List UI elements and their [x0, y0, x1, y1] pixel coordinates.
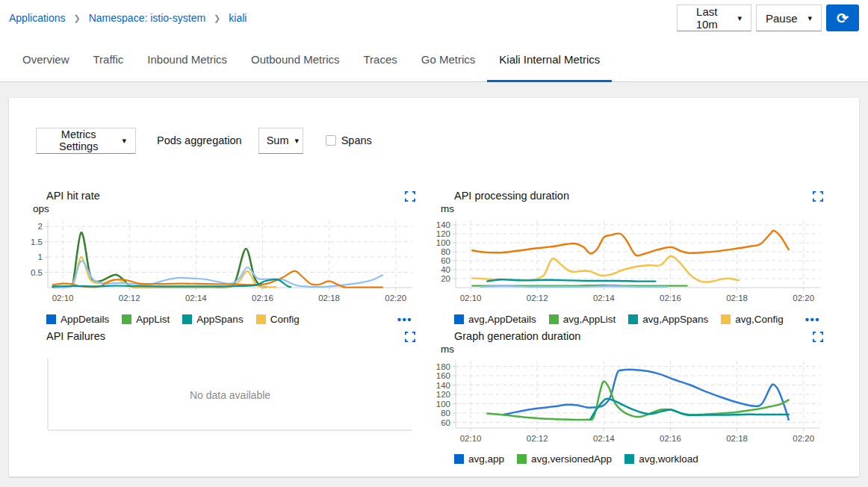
- y-tick-label: 20: [441, 274, 450, 283]
- y-tick-label: 2: [38, 222, 43, 231]
- x-tick-label: 02:14: [185, 294, 207, 303]
- tab-inbound-metrics[interactable]: Inbound Metrics: [135, 53, 239, 82]
- metrics-settings-dropdown[interactable]: Metrics Settings ▾: [36, 128, 136, 154]
- y-tick-label: 140: [436, 220, 450, 229]
- series-line-orange: [53, 271, 382, 288]
- breadcrumb-kiali[interactable]: kiali: [229, 12, 247, 24]
- spans-checkbox[interactable]: [326, 135, 336, 146]
- legend-label: avg,versionedApp: [531, 453, 612, 465]
- tab-overview[interactable]: Overview: [10, 53, 81, 82]
- legend-label: AppDetails: [61, 314, 109, 325]
- chart-plot: 02:1002:1202:1402:1602:1802:202040608010…: [433, 216, 825, 310]
- breadcrumb: Applications ❯ Namespace: istio-system ❯…: [9, 12, 247, 24]
- tab-outbound-metrics[interactable]: Outbound Metrics: [239, 53, 351, 82]
- legend-swatch: [182, 314, 192, 324]
- y-tick-label: 80: [441, 409, 450, 418]
- top-bar: Applications ❯ Namespace: istio-system ❯…: [0, 0, 868, 36]
- chart-legend: avg,AppDetailsavg,AppListavg,AppSpansavg…: [433, 313, 825, 326]
- refresh-interval-select[interactable]: Pause ▾: [756, 4, 822, 31]
- tab-kiali-internal-metrics[interactable]: Kiali Internal Metrics: [487, 53, 612, 82]
- breadcrumb-applications[interactable]: Applications: [9, 12, 66, 24]
- y-tick-label: 1: [38, 252, 43, 261]
- expand-chart-button[interactable]: [811, 330, 825, 342]
- chart-plot: 02:1002:1202:1402:1602:1802:200.511.52: [25, 216, 417, 310]
- y-tick-label: 100: [436, 238, 450, 247]
- chart-legend: avg,appavg,versionedAppavg,workload: [433, 453, 825, 465]
- duration-select[interactable]: Last 10m ▾: [677, 4, 751, 31]
- legend-item[interactable]: AppSpans: [182, 314, 243, 325]
- y-tick-label: 60: [441, 418, 450, 427]
- series-line-light-blue: [480, 286, 667, 287]
- chart-unit-label: ms: [441, 344, 825, 356]
- aggregation-select[interactable]: Sum ▾: [258, 128, 303, 154]
- legend-item[interactable]: Config: [256, 314, 300, 325]
- y-tick-label: 120: [436, 229, 450, 238]
- refresh-button[interactable]: ⟳: [826, 4, 859, 31]
- toolbar: Last 10m ▾ Pause ▾ ⟳: [677, 4, 859, 31]
- legend-label: Config: [270, 314, 300, 325]
- chart-unit-label: ms: [441, 203, 825, 216]
- chart-panel-api-hit-rate: API hit rateops02:1002:1202:1402:1602:18…: [25, 188, 417, 326]
- legend-item[interactable]: AppDetails: [46, 314, 109, 325]
- caret-down-icon: ▾: [295, 136, 300, 146]
- y-tick-label: 160: [436, 371, 450, 380]
- y-tick-label: 80: [441, 247, 450, 256]
- gridlines: [456, 220, 820, 288]
- x-tick-label: 02:10: [52, 294, 74, 303]
- gridlines: [456, 361, 820, 428]
- legend-item[interactable]: avg,app: [454, 453, 504, 465]
- duration-select-value: Last 10m: [686, 5, 727, 31]
- legend-item[interactable]: avg,AppDetails: [454, 314, 536, 325]
- expand-chart-button[interactable]: [403, 330, 417, 342]
- legend-swatch: [122, 314, 131, 324]
- caret-down-icon: ▾: [737, 13, 742, 23]
- legend-item[interactable]: avg,AppSpans: [628, 314, 708, 325]
- tab-go-metrics[interactable]: Go Metrics: [409, 53, 488, 82]
- legend-swatch: [454, 314, 464, 324]
- series-line-dark-green: [53, 232, 266, 287]
- aggregation-value: Sum: [267, 134, 289, 146]
- refresh-interval-value: Pause: [766, 12, 798, 25]
- legend-swatch: [628, 314, 638, 324]
- expand-chart-button[interactable]: [811, 190, 825, 202]
- x-tick-label: 02:12: [119, 294, 140, 303]
- legend-item[interactable]: avg,workload: [624, 453, 698, 465]
- x-tick-label: 02:10: [460, 294, 482, 303]
- legend-swatch: [721, 314, 731, 324]
- legend-item[interactable]: avg,AppList: [549, 314, 616, 325]
- sync-icon: ⟳: [837, 10, 849, 26]
- x-tick-label: 02:20: [385, 294, 406, 303]
- y-tick-label: 100: [436, 400, 450, 409]
- legend-item[interactable]: avg,Config: [721, 314, 784, 325]
- chart-title: API Failures: [46, 330, 105, 342]
- x-tick-label: 02:18: [318, 294, 340, 303]
- legend-item[interactable]: AppList: [122, 314, 170, 325]
- legend-swatch: [624, 454, 634, 464]
- expand-chart-button[interactable]: [403, 190, 417, 202]
- tab-bar: OverviewTrafficInbound MetricsOutbound M…: [0, 36, 868, 82]
- spans-control: Spans: [326, 134, 372, 146]
- y-tick-label: 180: [436, 362, 450, 371]
- x-tick-label: 02:10: [460, 434, 482, 443]
- legend-more-button[interactable]: •••: [805, 313, 820, 326]
- legend-label: avg,Config: [735, 314, 784, 325]
- legend-more-button[interactable]: •••: [397, 313, 412, 326]
- y-tick-label: 0.5: [31, 268, 43, 277]
- legend-item[interactable]: avg,versionedApp: [517, 453, 612, 465]
- charts-grid: API hit rateops02:1002:1202:1402:1602:18…: [25, 188, 859, 465]
- chevron-right-icon: ❯: [214, 13, 220, 23]
- x-tick-label: 02:12: [527, 434, 548, 443]
- expand-icon: [813, 332, 823, 342]
- tab-traces[interactable]: Traces: [351, 53, 409, 82]
- x-tick-label: 02:12: [527, 294, 548, 303]
- x-tick-label: 02:18: [726, 294, 748, 303]
- gridlines: [48, 220, 412, 288]
- x-tick-label: 02:20: [793, 434, 814, 443]
- y-tick-label: 120: [436, 390, 450, 399]
- legend-label: avg,workload: [639, 453, 698, 465]
- chart-title: Graph generation duration: [454, 330, 580, 342]
- tab-traffic[interactable]: Traffic: [81, 53, 136, 82]
- legend-label: avg,app: [468, 453, 504, 465]
- chevron-right-icon: ❯: [74, 13, 81, 23]
- breadcrumb-namespace[interactable]: Namespace: istio-system: [89, 12, 205, 24]
